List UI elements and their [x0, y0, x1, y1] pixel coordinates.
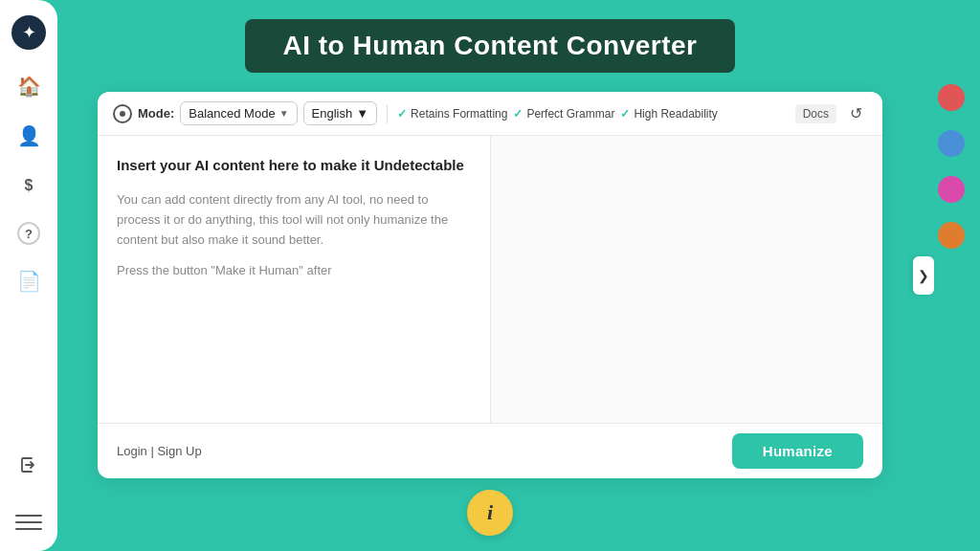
- sidebar-item-account[interactable]: 👤: [15, 122, 42, 149]
- converter-card: Mode: Balanced Mode ▼ English ▼ ✓ Retain…: [98, 92, 882, 478]
- editor-area: Insert your AI content here to make it U…: [98, 136, 882, 423]
- color-circle-orange[interactable]: [938, 222, 965, 249]
- output-panel: [491, 136, 883, 423]
- right-panel: ❯: [923, 0, 980, 551]
- chevron-down-icon: ▼: [279, 108, 289, 119]
- badge-high-readability: ✓ High Readability: [620, 107, 717, 121]
- sidebar: ✦ 🏠 👤 $ ? 📄: [0, 0, 57, 551]
- title-wrapper: AI to Human Content Converter: [245, 19, 736, 73]
- page-title: AI to Human Content Converter: [283, 31, 698, 61]
- sidebar-item-home[interactable]: 🏠: [15, 73, 42, 99]
- check-icon: ✓: [397, 107, 407, 121]
- badge-retains-formatting: ✓ Retains Formatting: [397, 107, 507, 121]
- svg-point-0: [120, 111, 125, 117]
- mode-dropdown[interactable]: Balanced Mode ▼: [180, 101, 297, 125]
- humanize-button[interactable]: Humanize: [732, 433, 863, 469]
- sidebar-item-billing[interactable]: $: [15, 172, 42, 199]
- sidebar-logo[interactable]: ✦: [11, 15, 46, 50]
- hamburger-menu[interactable]: [15, 509, 42, 536]
- mode-label: Mode:: [138, 106, 174, 121]
- logo-icon: ✦: [22, 22, 36, 43]
- badge-label: Perfect Grammar: [526, 107, 614, 121]
- color-circle-pink[interactable]: [938, 176, 965, 203]
- panel-toggle-button[interactable]: ❯: [913, 256, 934, 295]
- color-circle-blue[interactable]: [938, 130, 965, 157]
- placeholder-text-2: Press the button "Make it Human" after: [117, 261, 471, 281]
- placeholder-heading: Insert your AI content here to make it U…: [117, 155, 471, 175]
- footer-bar: Login | Sign Up Humanize: [98, 423, 882, 478]
- mode-icon: [113, 104, 132, 123]
- mode-value: Balanced Mode: [189, 106, 275, 121]
- badge-label: High Readability: [634, 107, 717, 121]
- docs-button[interactable]: Docs: [795, 104, 836, 123]
- check-icon: ✓: [513, 107, 523, 121]
- badge-perfect-grammar: ✓ Perfect Grammar: [513, 107, 614, 121]
- info-button[interactable]: i: [467, 490, 513, 536]
- sidebar-item-help[interactable]: ?: [17, 222, 40, 245]
- toolbar-divider: [387, 104, 388, 123]
- placeholder-text-1: You can add content directly from any AI…: [117, 190, 471, 250]
- badge-label: Retains Formatting: [411, 107, 507, 121]
- main-content: AI to Human Content Converter Mode: Bala…: [57, 0, 923, 551]
- language-dropdown[interactable]: English ▼: [303, 101, 378, 125]
- refresh-button[interactable]: ↺: [844, 102, 867, 125]
- check-icon: ✓: [620, 107, 630, 121]
- sidebar-item-login[interactable]: [15, 452, 42, 478]
- chevron-down-icon: ▼: [356, 106, 368, 121]
- login-signup-link[interactable]: Login | Sign Up: [117, 444, 202, 458]
- sidebar-item-docs[interactable]: 📄: [15, 268, 42, 295]
- language-value: English: [312, 106, 353, 121]
- color-circle-green[interactable]: [938, 38, 965, 65]
- toolbar: Mode: Balanced Mode ▼ English ▼ ✓ Retain…: [98, 92, 882, 136]
- input-panel[interactable]: Insert your AI content here to make it U…: [98, 136, 491, 423]
- toolbar-right: Docs ↺: [795, 102, 867, 125]
- color-circle-red[interactable]: [938, 84, 965, 111]
